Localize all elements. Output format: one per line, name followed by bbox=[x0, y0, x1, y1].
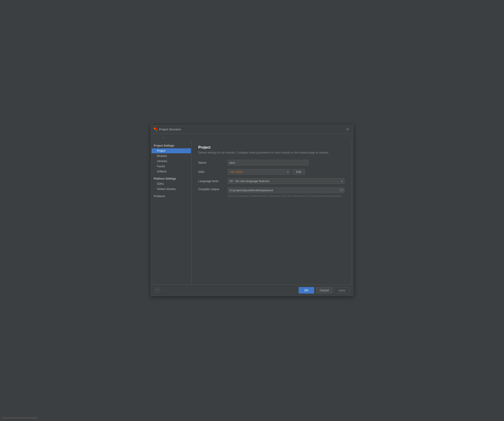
language-level-select-wrapper: 20 - No new language features bbox=[228, 178, 345, 184]
compiler-output-label: Compiler output: bbox=[198, 187, 228, 191]
main-content: Project Settings Project Modules Librari… bbox=[151, 141, 353, 285]
bottom-bar: ? OK Cancel Apply bbox=[151, 285, 353, 296]
sidebar-item-artifacts[interactable]: Artifacts bbox=[152, 169, 191, 174]
sidebar-item-libraries[interactable]: Libraries bbox=[152, 159, 191, 164]
svg-rect-0 bbox=[154, 128, 156, 129]
sdk-edit-button[interactable]: Edit bbox=[292, 169, 305, 175]
sidebar-item-facets[interactable]: Facets bbox=[152, 164, 191, 169]
sidebar: Project Settings Project Modules Librari… bbox=[151, 141, 192, 285]
sdk-label: SDK: bbox=[198, 170, 228, 173]
forward-button[interactable]: → bbox=[161, 135, 166, 140]
browse-folder-button[interactable] bbox=[340, 188, 344, 193]
content-title: Project bbox=[198, 145, 345, 149]
dialog-title: Project Structure bbox=[159, 128, 181, 131]
sdk-controls: <No SDK> Edit bbox=[228, 169, 305, 175]
apply-button[interactable]: Apply bbox=[334, 287, 349, 294]
sdk-select-wrapper: <No SDK> bbox=[228, 169, 291, 175]
compiler-input-wrapper bbox=[228, 187, 345, 193]
svg-rect-3 bbox=[156, 130, 157, 131]
sdk-row: SDK: <No SDK> Edit bbox=[198, 169, 345, 175]
bottom-buttons: OK Cancel Apply bbox=[299, 287, 349, 294]
ok-button[interactable]: OK bbox=[299, 287, 314, 294]
sdk-select[interactable]: <No SDK> bbox=[228, 169, 291, 175]
app-icon bbox=[154, 128, 157, 131]
sidebar-item-sdks[interactable]: SDKs bbox=[152, 181, 191, 186]
titlebar-left: Project Structure bbox=[154, 128, 181, 131]
content-panel: Project Default settings for all modules… bbox=[192, 141, 351, 285]
name-label: Name: bbox=[198, 161, 228, 164]
language-level-label: Language level: bbox=[198, 179, 228, 183]
platform-settings-section-title: Platform Settings bbox=[151, 176, 191, 181]
svg-rect-4 bbox=[340, 189, 343, 191]
nav-bar: ← → bbox=[151, 134, 353, 141]
sidebar-item-modules[interactable]: Modules bbox=[152, 154, 191, 159]
sidebar-item-project[interactable]: Project bbox=[152, 148, 191, 153]
close-button[interactable]: ✕ bbox=[345, 127, 350, 132]
name-input[interactable] bbox=[228, 160, 309, 166]
right-scrollbar bbox=[351, 141, 353, 285]
sidebar-item-global-libraries[interactable]: Global Libraries bbox=[152, 187, 191, 191]
language-level-row: Language level: 20 - No new language fea… bbox=[198, 178, 345, 184]
language-level-select[interactable]: 20 - No new language features bbox=[228, 178, 345, 184]
svg-rect-2 bbox=[154, 130, 156, 131]
compiler-output-hint: Used for modules' subdirectories, Produc… bbox=[228, 195, 345, 198]
project-structure-dialog: Project Structure ✕ ← → Project Settings… bbox=[151, 125, 353, 296]
svg-rect-1 bbox=[156, 128, 157, 129]
sidebar-item-problems[interactable]: Problems bbox=[151, 194, 191, 199]
titlebar: Project Structure ✕ bbox=[151, 125, 353, 134]
content-subtitle: Default settings for all modules. Config… bbox=[198, 151, 345, 155]
help-button[interactable]: ? bbox=[155, 287, 160, 293]
project-settings-section-title: Project Settings bbox=[151, 143, 191, 148]
compiler-output-row: Compiler output: bbox=[198, 187, 345, 193]
name-row: Name: bbox=[198, 160, 345, 166]
compiler-output-input[interactable] bbox=[228, 187, 345, 193]
back-button[interactable]: ← bbox=[154, 135, 159, 140]
cancel-button[interactable]: Cancel bbox=[316, 287, 333, 294]
